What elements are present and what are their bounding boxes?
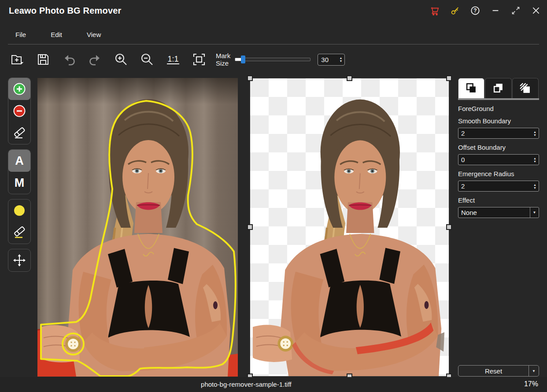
- settings-panel: ForeGround Smooth Boundary 2 ▲ ▼ Offset …: [458, 78, 539, 377]
- remove-area-tool[interactable]: [8, 100, 30, 122]
- original-photo: [37, 78, 238, 377]
- toolbar: 1:1 Mark Size ▲ ▼: [0, 46, 547, 73]
- tab-background[interactable]: [512, 78, 539, 98]
- selection-handle-top-left[interactable]: [247, 75, 253, 81]
- zoom-level: 17%: [524, 380, 538, 388]
- undo-button[interactable]: [62, 51, 77, 68]
- spin-up-icon[interactable]: ▲: [533, 157, 536, 160]
- redo-button[interactable]: [88, 51, 103, 68]
- spin-up-icon[interactable]: ▲: [339, 56, 342, 59]
- cart-icon[interactable]: [428, 4, 441, 17]
- effect-value: None: [458, 207, 530, 218]
- mark-size-label: Mark Size: [216, 52, 230, 67]
- fit-screen-button[interactable]: [192, 51, 207, 68]
- offset-boundary-spinbox[interactable]: 0 ▲ ▼: [458, 154, 539, 165]
- yellow-brush-tool[interactable]: [8, 200, 30, 222]
- paint-tool-group: [8, 199, 31, 244]
- effect-label: Effect: [458, 196, 539, 204]
- emergence-radius-spinbox[interactable]: 2 ▲ ▼: [458, 181, 539, 192]
- menu-separator: [8, 44, 539, 44]
- menu-view[interactable]: View: [87, 31, 101, 38]
- preview-photo: [250, 78, 449, 376]
- actual-size-label: 1:1: [167, 55, 179, 64]
- menubar: File Edit View: [0, 25, 547, 44]
- slider-handle[interactable]: [241, 55, 245, 63]
- preview-canvas[interactable]: [250, 78, 449, 377]
- auto-mode-tool[interactable]: A: [8, 150, 30, 172]
- move-tool-group: [8, 249, 31, 272]
- menu-edit[interactable]: Edit: [51, 31, 62, 38]
- selection-handle-middle-left[interactable]: [247, 224, 253, 230]
- smooth-boundary-spinbox[interactable]: 2 ▲ ▼: [458, 128, 539, 139]
- slider-track[interactable]: [235, 58, 310, 61]
- help-icon[interactable]: ?: [469, 4, 482, 17]
- selection-handle-middle-right[interactable]: [446, 224, 452, 230]
- effect-dropdown[interactable]: None ▼: [458, 207, 539, 218]
- save-button[interactable]: [36, 51, 51, 68]
- original-canvas[interactable]: [37, 78, 238, 377]
- offset-boundary-value: 0: [458, 155, 531, 165]
- smooth-boundary-value: 2: [458, 128, 531, 138]
- menu-file[interactable]: File: [15, 31, 26, 38]
- actual-size-button[interactable]: 1:1: [166, 51, 181, 68]
- open-file-button[interactable]: [10, 51, 25, 68]
- mode-tool-group: A M: [8, 149, 31, 194]
- smooth-boundary-label: Smooth Boundary: [458, 117, 539, 125]
- yellow-eraser-tool[interactable]: [8, 222, 30, 244]
- reset-button[interactable]: Reset ▼: [458, 365, 539, 377]
- app-title: Leawo Photo BG Remover: [9, 6, 122, 16]
- spin-up-icon[interactable]: ▲: [533, 130, 536, 133]
- manual-mode-label: M: [15, 177, 25, 189]
- tab-foreground[interactable]: [458, 78, 484, 98]
- offset-boundary-label: Offset Boundary: [458, 144, 539, 151]
- section-title: ForeGround: [458, 105, 539, 112]
- titlebar: Leawo Photo BG Remover ?: [0, 0, 547, 21]
- chevron-down-icon[interactable]: ▼: [530, 207, 539, 218]
- current-filename: photo-bg-remover-sample-1.tiff: [201, 381, 292, 388]
- mark-size-input[interactable]: [318, 54, 337, 65]
- manual-mode-tool[interactable]: M: [8, 172, 30, 194]
- svg-text:?: ?: [473, 7, 477, 14]
- reset-button-label: Reset: [458, 366, 529, 376]
- move-tool[interactable]: [8, 249, 30, 271]
- spin-down-icon[interactable]: ▼: [533, 186, 536, 189]
- spin-down-icon[interactable]: ▼: [339, 59, 342, 63]
- tool-sidebar: A M: [8, 78, 31, 277]
- selection-handle-top-center[interactable]: [347, 75, 352, 81]
- emergence-radius-value: 2: [458, 181, 531, 191]
- maximize-button[interactable]: [509, 4, 522, 17]
- spin-down-icon[interactable]: ▼: [533, 133, 536, 137]
- selection-handle-top-right[interactable]: [446, 75, 452, 81]
- close-button[interactable]: [529, 4, 543, 17]
- mark-tool-group: [8, 78, 31, 144]
- layer-tabs: [458, 78, 539, 98]
- tab-foreground-background[interactable]: [485, 78, 511, 98]
- emergence-radius-label: Emergence Radius: [458, 170, 539, 178]
- keep-area-tool[interactable]: [8, 78, 30, 100]
- mark-size-spinbox[interactable]: ▲ ▼: [318, 54, 345, 66]
- zoom-in-button[interactable]: [114, 51, 129, 68]
- mark-size-slider[interactable]: [235, 55, 310, 63]
- statusbar: photo-bg-remover-sample-1.tiff 17%: [0, 377, 547, 392]
- reset-dropdown-icon[interactable]: ▼: [529, 366, 539, 376]
- erase-mark-tool[interactable]: [8, 122, 30, 144]
- spin-down-icon[interactable]: ▼: [533, 160, 536, 163]
- auto-mode-label: A: [15, 155, 24, 167]
- spin-up-icon[interactable]: ▲: [533, 183, 536, 186]
- register-key-icon[interactable]: [448, 4, 462, 17]
- zoom-out-button[interactable]: [140, 51, 155, 68]
- minimize-button[interactable]: [489, 4, 502, 17]
